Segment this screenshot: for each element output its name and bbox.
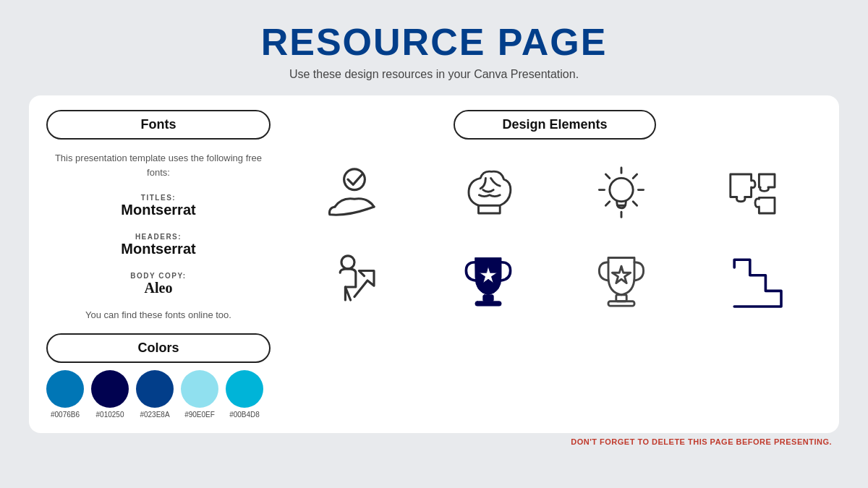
swatch-0076B6: #0076B6 (46, 370, 84, 419)
svg-point-2 (610, 178, 633, 201)
font-entry-titles: TITLES: Montserrat (46, 194, 271, 218)
icon-lightbulb (574, 154, 668, 234)
page-subtitle: Use these design resources in your Canva… (0, 68, 868, 81)
swatch-label-00B4D8: #00B4D8 (229, 411, 260, 419)
color-swatches: #0076B6 #010250 #023E8A #90E0EF #00B4D8 (46, 370, 271, 419)
icon-trophy-dark (441, 241, 535, 320)
fonts-find: You can find these fonts online too. (46, 309, 271, 320)
swatch-circle-023E8A (136, 370, 174, 408)
swatch-010250: #010250 (91, 370, 129, 419)
left-panel: Fonts This presentation template uses th… (46, 110, 271, 419)
swatch-circle-010250 (91, 370, 129, 408)
font-type-headers: HEADERS: (46, 233, 271, 241)
swatch-circle-90E0EF (181, 370, 218, 408)
font-entry-headers: HEADERS: Montserrat (46, 233, 271, 257)
icon-trophy-outline (574, 241, 668, 320)
icon-person-growth (307, 241, 401, 320)
icons-grid (288, 154, 822, 320)
font-entry-body: BODY COPY: Aleo (46, 272, 271, 296)
fonts-label: Fonts (46, 110, 271, 140)
swatch-023E8A: #023E8A (136, 370, 174, 419)
design-elements-label: Design Elements (454, 110, 656, 140)
icon-hand-checkmark (307, 154, 401, 234)
colors-section: Colors #0076B6 #010250 #023E8A #90E0EF (46, 333, 271, 419)
right-panel: Design Elements (288, 110, 822, 419)
swatch-00B4D8: #00B4D8 (226, 370, 263, 419)
svg-line-11 (633, 202, 637, 205)
svg-rect-14 (483, 295, 493, 301)
colors-label: Colors (46, 333, 271, 363)
svg-rect-18 (608, 301, 634, 306)
svg-line-10 (606, 202, 610, 205)
swatch-label-0076B6: #0076B6 (51, 411, 80, 419)
swatch-90E0EF: #90E0EF (181, 370, 218, 419)
font-type-titles: TITLES: (46, 194, 271, 202)
swatch-label-010250: #010250 (96, 411, 124, 419)
svg-point-12 (341, 256, 354, 269)
icons-row-1 (288, 154, 822, 234)
icons-row-2 (288, 241, 822, 320)
fonts-intro: This presentation template uses the foll… (46, 151, 271, 179)
svg-marker-19 (613, 266, 631, 283)
swatch-circle-00B4D8 (226, 370, 263, 408)
icon-puzzle (708, 154, 802, 234)
footer-note: DON'T FORGET TO DELETE THIS PAGE BEFORE … (0, 433, 868, 446)
svg-line-8 (606, 174, 610, 178)
swatch-label-90E0EF: #90E0EF (184, 411, 215, 419)
main-card: Fonts This presentation template uses th… (29, 95, 839, 433)
font-name-headers: Montserrat (46, 241, 271, 257)
svg-line-9 (633, 174, 637, 178)
svg-rect-15 (475, 301, 501, 306)
font-type-body: BODY COPY: (46, 272, 271, 280)
icon-stairs (708, 241, 802, 320)
icon-brain-head (441, 154, 535, 234)
swatch-circle-0076B6 (46, 370, 84, 408)
font-name-body: Aleo (46, 280, 271, 296)
page-title: RESOURCE PAGE (0, 20, 868, 64)
swatch-label-023E8A: #023E8A (140, 411, 169, 419)
font-name-titles: Montserrat (46, 202, 271, 218)
page-header: RESOURCE PAGE Use these design resources… (0, 0, 868, 88)
